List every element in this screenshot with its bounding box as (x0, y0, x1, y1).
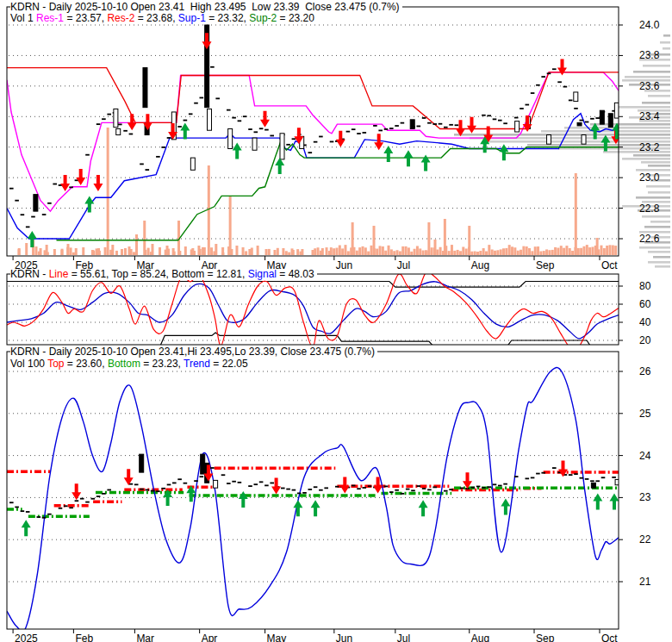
wave-panel-legend: Vol 100 Top = 23.60, Bottom = 23.23, Tre… (10, 358, 251, 370)
volume-bar (273, 250, 276, 255)
price-dash (422, 488, 426, 489)
volume-bar (321, 248, 324, 255)
volume-bar (104, 247, 107, 255)
month-label: Jul (397, 633, 410, 642)
volume-profile-bar (643, 65, 670, 67)
price-dash (449, 489, 453, 490)
price-dash (595, 480, 600, 482)
price-dash (200, 97, 204, 99)
buy-arrow-icon (610, 494, 619, 510)
volume-bar (470, 252, 473, 255)
price-dash (53, 184, 57, 185)
month-label: May (267, 633, 287, 642)
volume-bar (569, 248, 571, 255)
price-dash (471, 487, 476, 489)
volume-bar (317, 247, 320, 255)
volume-bar (500, 249, 502, 255)
legend-segment: = 55.61, Top = 85.24, Bottom = 12.81, (68, 268, 247, 280)
charts-canvas: 24.023.823.623.423.223.022.822.62025FebM… (0, 0, 672, 642)
price-dash (96, 123, 101, 125)
price-dash (536, 473, 540, 475)
volume-bar (159, 247, 161, 255)
price-dash (210, 66, 215, 68)
candle (577, 122, 582, 126)
price-dash (146, 489, 150, 491)
volume-bar (326, 247, 328, 255)
price-dash (292, 138, 296, 140)
price-dash (140, 489, 144, 490)
price-dash (102, 493, 106, 495)
price-dash (460, 488, 464, 489)
price-dash (200, 476, 204, 477)
price-dash (432, 123, 437, 125)
volume-bar (451, 245, 453, 255)
price-dash (26, 511, 30, 513)
legend-segment: = 23.68, (134, 12, 177, 24)
price-dash (184, 483, 188, 484)
price-dash (102, 118, 106, 120)
volume-bar (436, 250, 439, 255)
price-dash (238, 120, 242, 122)
month-label: Jul (397, 259, 410, 271)
price-dash (541, 472, 545, 474)
price-dash (264, 129, 269, 131)
volume-bar (476, 252, 479, 255)
volume-bar (534, 246, 537, 255)
price-dash (47, 514, 52, 515)
candle (34, 195, 38, 211)
volume-profile-bar (648, 261, 670, 264)
volume-bar (543, 251, 545, 255)
month-label: Sep (536, 259, 555, 271)
price-dash (401, 493, 405, 495)
candle (214, 480, 218, 488)
legend-segment: Sup-2 (249, 12, 277, 24)
price-dash (389, 491, 394, 493)
buy-arrow-icon (311, 500, 320, 516)
volume-bar (560, 246, 563, 255)
volume-bar (364, 247, 367, 255)
volume-bar (488, 245, 490, 255)
y-axis-label: 60 (639, 298, 651, 310)
volume-bar (115, 251, 118, 255)
buy-arrow-icon (239, 491, 248, 508)
price-dash (270, 135, 274, 137)
price-dash (281, 488, 285, 489)
price-dash (427, 122, 432, 124)
price-dash (194, 480, 198, 482)
volume-profile-bar (648, 95, 670, 97)
price-dash (75, 500, 79, 502)
price-dash (444, 127, 448, 128)
price-dash (15, 200, 19, 202)
price-dash (156, 156, 160, 158)
volume-bar (143, 221, 146, 255)
candle (574, 92, 578, 102)
price-dash (531, 477, 535, 479)
month-label: Oct (601, 259, 618, 271)
volume-bar (419, 248, 421, 255)
volume-profile-bar (633, 71, 670, 73)
volume-bar (494, 251, 496, 255)
price-dash (42, 214, 47, 215)
price-dash (232, 117, 236, 119)
volume-profile-bar (650, 221, 670, 223)
buy-arrow-icon (383, 146, 393, 162)
price-dash (503, 483, 507, 485)
volume-bar (448, 251, 451, 255)
legend-segment: KDRN - (10, 268, 49, 280)
price-dash (411, 489, 415, 491)
volume-profile-bar (603, 151, 670, 153)
volume-bar (151, 244, 153, 255)
month-label: Feb (75, 633, 93, 642)
volume-bar (248, 249, 251, 255)
volume-bar (111, 245, 114, 255)
price-dash (368, 485, 372, 487)
volume-bar (292, 250, 295, 255)
price-dash (330, 141, 334, 143)
price-dash (563, 86, 568, 88)
price-dash (21, 214, 25, 215)
price-dash (552, 467, 557, 469)
volume-bar (382, 246, 384, 255)
price-dash (455, 124, 459, 126)
volume-bar (53, 249, 56, 255)
volume-bar (18, 248, 21, 255)
